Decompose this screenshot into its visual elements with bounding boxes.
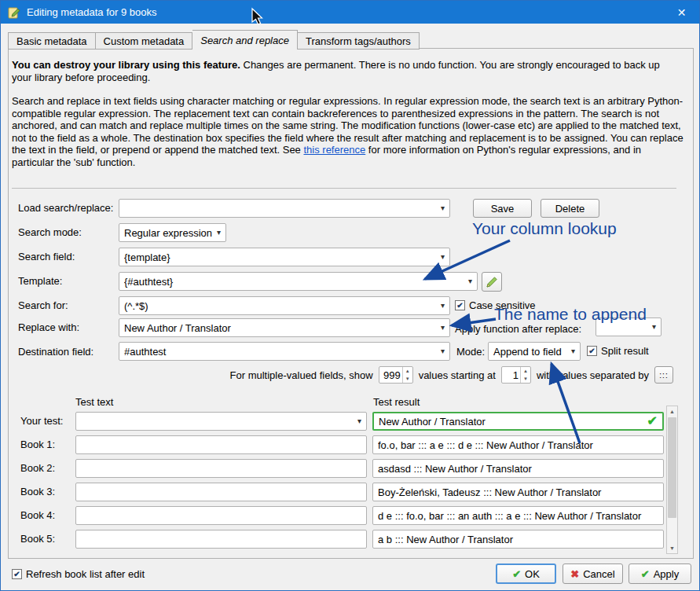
separator-button[interactable]: ::: xyxy=(654,366,673,384)
spin-up-icon[interactable]: ▲ xyxy=(403,367,412,375)
result-text: New Author / Translator xyxy=(379,416,647,428)
spinner-arrows[interactable]: ▲▼ xyxy=(520,367,530,383)
spinner-arrows[interactable]: ▲▼ xyxy=(402,367,412,383)
success-check-icon: ✔ xyxy=(647,415,658,428)
book-5-label: Book 5: xyxy=(20,533,55,545)
chevron-down-icon: ▾ xyxy=(212,229,225,237)
search-mode-label: Search mode: xyxy=(18,226,82,238)
mode-label: Mode: xyxy=(456,346,485,358)
close-button[interactable]: ✕ xyxy=(664,1,699,24)
scroll-down-button[interactable]: ▼ xyxy=(667,543,677,553)
app-icon xyxy=(8,6,20,19)
search-mode-select[interactable]: Regular expression ▾ xyxy=(119,223,226,242)
titlebar[interactable]: Editing metadata for 9 books ✕ xyxy=(1,1,699,24)
destination-field-label: Destination field: xyxy=(18,346,93,358)
multi-suffix-label: with values separated by xyxy=(537,369,649,381)
scrollbar-thumb[interactable] xyxy=(668,417,676,518)
book-1-test-input[interactable] xyxy=(75,435,367,454)
chevron-down-icon: ▾ xyxy=(436,324,449,332)
warning-text: You can destroy your library using this … xyxy=(12,59,681,84)
tab-transform-tags-authors[interactable]: Transform tags/authors xyxy=(298,32,420,50)
split-result-label: Split result xyxy=(601,345,649,357)
chevron-down-icon: ▾ xyxy=(436,204,449,212)
multi-prefix-label: For multiple-valued fields, show xyxy=(230,369,373,381)
apply-function-label: Apply function after replace: xyxy=(455,323,581,335)
load-search-replace-label: Load search/replace: xyxy=(18,202,113,214)
replace-with-select[interactable]: New Author / Translator ▾ xyxy=(119,318,450,337)
cancel-cross-icon: ✖ xyxy=(570,568,579,580)
your-test-input[interactable]: ▾ xyxy=(75,412,367,431)
refresh-book-list-label: Refresh book list after edit xyxy=(26,568,145,580)
mode-select[interactable]: Append to field ▾ xyxy=(488,342,581,361)
test-area-scrollbar[interactable]: ▲ ▼ xyxy=(666,406,678,554)
book-3-test-input[interactable] xyxy=(75,483,367,501)
destination-field-select[interactable]: #authtest ▾ xyxy=(119,342,450,361)
your-test-label: Your test: xyxy=(20,415,63,427)
book-5-test-input[interactable] xyxy=(75,530,367,549)
replace-with-value: New Author / Translator xyxy=(124,322,436,334)
tab-basic-metadata[interactable]: Basic metadata xyxy=(8,32,96,50)
apply-button-label: Apply xyxy=(654,568,680,580)
book-2-test-input[interactable] xyxy=(75,459,367,478)
tab-bar: Basic metadata Custom metadata Search an… xyxy=(8,30,420,50)
refresh-book-list-checkbox[interactable]: ✔ Refresh book list after edit xyxy=(12,568,145,580)
ok-button-label: OK xyxy=(525,568,540,580)
reference-link[interactable]: this reference xyxy=(303,144,365,156)
multi-start-spinner[interactable]: 1 ▲▼ xyxy=(501,366,531,384)
chevron-down-icon: ▾ xyxy=(464,277,477,285)
multi-start-value: 1 xyxy=(502,369,520,381)
split-result-checkbox[interactable]: ✔ Split result xyxy=(587,345,649,357)
test-text-header: Test text xyxy=(75,396,113,408)
apply-check-icon: ✔ xyxy=(641,568,650,580)
search-mode-value: Regular expression xyxy=(124,227,212,239)
cancel-button[interactable]: ✖ Cancel xyxy=(563,563,623,584)
book-2-label: Book 2: xyxy=(20,462,55,474)
window-title: Editing metadata for 9 books xyxy=(27,6,157,18)
chevron-down-icon: ▾ xyxy=(436,302,449,310)
result-text: d e ::: fo.o, bar ::: an auth ::: a e ::… xyxy=(378,510,658,522)
chevron-down-icon: ▾ xyxy=(353,417,366,425)
template-value: {#authtest} xyxy=(124,276,464,288)
search-for-label: Search for: xyxy=(18,299,68,311)
cancel-button-label: Cancel xyxy=(583,568,614,580)
delete-button[interactable]: Delete xyxy=(541,199,599,218)
tab-custom-metadata[interactable]: Custom metadata xyxy=(96,32,193,50)
ok-button[interactable]: ✔ OK xyxy=(496,563,556,584)
book-4-test-input[interactable] xyxy=(75,506,367,525)
result-text: a b ::: New Author / Translator xyxy=(378,534,658,545)
spin-up-icon[interactable]: ▲ xyxy=(521,367,530,375)
test-result-header: Test result xyxy=(373,396,420,408)
book-4-result: d e ::: fo.o, bar ::: an auth ::: a e ::… xyxy=(372,506,664,525)
save-button[interactable]: Save xyxy=(473,199,532,218)
checkbox-check-icon: ✔ xyxy=(587,346,597,356)
scroll-up-button[interactable]: ▲ xyxy=(667,406,677,417)
load-search-replace-select[interactable]: ▾ xyxy=(119,199,450,218)
search-field-label: Search field: xyxy=(18,251,75,262)
destination-field-value: #authtest xyxy=(124,346,436,358)
checkbox-check-icon: ✔ xyxy=(12,569,22,579)
template-select[interactable]: {#authtest} ▾ xyxy=(119,272,478,291)
search-for-value: (^.*$) xyxy=(124,300,436,312)
apply-button[interactable]: ✔ Apply xyxy=(629,563,691,584)
separator-line xyxy=(12,188,676,189)
book-1-result: fo.o, bar ::: a e ::: d e ::: New Author… xyxy=(372,435,664,454)
search-field-select[interactable]: {template} ▾ xyxy=(119,248,450,266)
multiple-valued-options-row: For multiple-valued fields, show 999 ▲▼ … xyxy=(230,365,673,384)
multi-show-spinner[interactable]: 999 ▲▼ xyxy=(379,366,413,384)
search-field-value: {template} xyxy=(124,251,436,263)
multi-mid-label: values starting at xyxy=(419,369,496,381)
tab-search-and-replace[interactable]: Search and replace xyxy=(192,30,298,50)
save-button-label: Save xyxy=(491,203,515,215)
edit-template-button[interactable] xyxy=(482,272,502,292)
ok-check-icon: ✔ xyxy=(512,568,521,580)
book-3-result: Boy-Żeleński, Tadeusz ::: New Author / T… xyxy=(372,483,664,501)
chevron-down-icon: ▾ xyxy=(566,347,580,355)
book-1-label: Book 1: xyxy=(20,439,55,450)
mode-value: Append to field xyxy=(493,346,566,358)
book-3-label: Book 3: xyxy=(20,486,55,497)
checkbox-check-icon: ✔ xyxy=(455,300,465,310)
spin-down-icon[interactable]: ▼ xyxy=(521,375,530,383)
your-test-result: New Author / Translator ✔ xyxy=(372,412,664,431)
search-for-select[interactable]: (^.*$) ▾ xyxy=(119,296,450,315)
spin-down-icon[interactable]: ▼ xyxy=(403,375,412,383)
